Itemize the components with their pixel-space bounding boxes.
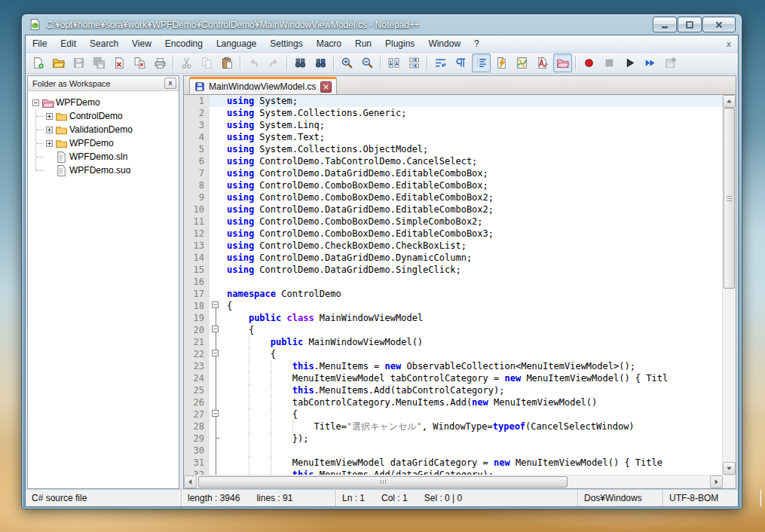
close-button[interactable] (702, 17, 736, 32)
code-line-28[interactable]: 28 Title="選択キャンセル", WindowType=typeof(Ca… (184, 420, 722, 433)
tab-close-icon[interactable] (320, 81, 332, 93)
menu-item-view[interactable]: View (125, 35, 158, 52)
function-list-icon[interactable] (492, 54, 511, 72)
code-line-32[interactable]: 32 this.MenuItems.Add(dataGridCategory); (184, 469, 722, 475)
folder-as-workspace-icon[interactable] (553, 54, 572, 72)
code-line-29[interactable]: 29 }); (184, 433, 722, 445)
fold-collapse-icon[interactable] (210, 324, 223, 336)
panel-close-button[interactable]: x (164, 78, 176, 89)
code-line-8[interactable]: 8using ControlDemo.ComboBoxDemo.Editable… (184, 179, 722, 191)
fold-collapse-icon[interactable] (210, 348, 223, 360)
define-language-icon[interactable] (533, 54, 552, 72)
code-line-2[interactable]: 2using System.Collections.Generic; (184, 107, 722, 119)
code-line-18[interactable]: 18{ (184, 300, 722, 312)
tree-item-controldemo[interactable]: ControlDemo (28, 109, 179, 123)
code-line-30[interactable]: 30 (184, 445, 722, 457)
fold-collapse-icon[interactable] (210, 408, 223, 420)
document-map-icon[interactable] (513, 54, 531, 72)
code-line-17[interactable]: 17namespace ControlDemo (184, 288, 722, 300)
code-line-15[interactable]: 15using ControlDemo.DataGridDemo.SingleC… (184, 264, 722, 276)
minimize-button[interactable] (653, 17, 677, 32)
menu-item-macro[interactable]: Macro (310, 35, 348, 52)
menu-item-edit[interactable]: Edit (54, 35, 83, 52)
tree-item-wpfdemo-root[interactable]: WPFDemo (28, 96, 179, 109)
expand-icon[interactable] (46, 113, 53, 120)
code-line-27[interactable]: 27 { (184, 408, 722, 420)
vscroll-thumb[interactable] (724, 108, 735, 289)
status-eol-format[interactable]: Dos¥Windows (578, 490, 663, 506)
expand-icon[interactable] (46, 127, 53, 133)
record-macro-icon[interactable] (580, 54, 598, 72)
code-line-10[interactable]: 10using ControlDemo.DataGridDemo.Editabl… (184, 203, 722, 216)
show-all-characters-icon[interactable] (451, 54, 470, 72)
tree-item-wpfdemo[interactable]: WPFDemo (28, 136, 179, 150)
code-line-16[interactable]: 16 (184, 276, 722, 288)
code-line-24[interactable]: 24 MenuItemViewModel tabControlCategory … (184, 372, 722, 384)
tree-item-validationdemo[interactable]: ValidationDemo (28, 123, 179, 136)
tree-item-wpfdemo-sln[interactable]: WPFDemo.sln (28, 150, 179, 164)
code-line-19[interactable]: 19 public class MainWindowViewModel (184, 312, 722, 324)
status-encoding[interactable]: UTF-8-BOM (663, 490, 760, 506)
status-insert-mode[interactable]: INS (760, 490, 765, 506)
word-wrap-icon[interactable] (431, 54, 450, 72)
find-icon[interactable] (291, 54, 310, 72)
zoom-out-icon[interactable] (358, 54, 377, 72)
close-file-icon[interactable] (110, 54, 129, 72)
vertical-scrollbar[interactable] (722, 95, 736, 475)
scroll-left-icon[interactable] (184, 475, 197, 488)
scroll-right-icon[interactable] (710, 475, 723, 488)
tab-mainwindowviewmodel[interactable]: MainWindowViewModel.cs (189, 77, 337, 94)
code-line-11[interactable]: 11using ControlDemo.ComboBoxDemo.SimpleC… (184, 216, 722, 228)
close-all-icon[interactable] (130, 54, 149, 72)
scroll-up-icon[interactable] (723, 95, 736, 108)
run-macro-multiple-icon[interactable] (641, 54, 659, 72)
maximize-button[interactable] (678, 17, 702, 32)
code-line-21[interactable]: 21 public MainWindowViewModel() (184, 336, 722, 348)
expand-icon[interactable] (46, 140, 53, 147)
open-file-icon[interactable] (49, 54, 68, 72)
code-line-23[interactable]: 23 this.MenuItems = new ObservableCollec… (184, 360, 722, 372)
menu-item-file[interactable]: File (26, 35, 54, 52)
scroll-down-icon[interactable] (723, 462, 736, 475)
show-indent-guide-icon[interactable] (472, 54, 491, 72)
collapse-icon[interactable] (32, 99, 39, 106)
menu-item-plugins[interactable]: Plugins (378, 35, 421, 52)
menu-item-language[interactable]: Language (210, 35, 263, 52)
code-line-6[interactable]: 6using ControlDemo.TabControlDemo.Cancel… (184, 155, 722, 167)
horizontal-scrollbar[interactable] (184, 475, 723, 488)
menu-item-settings[interactable]: Settings (263, 35, 309, 52)
play-macro-icon[interactable] (620, 54, 639, 72)
menubar-close-button[interactable]: x (723, 38, 735, 50)
sync-vertical-icon[interactable] (384, 54, 403, 72)
code-line-3[interactable]: 3using System.Linq; (184, 119, 722, 131)
code-line-12[interactable]: 12using ControlDemo.ComboBoxDemo.Editabl… (184, 228, 722, 240)
code-line-13[interactable]: 13using ControlDemo.CheckBoxDemo.CheckBo… (184, 240, 722, 252)
code-line-5[interactable]: 5using System.Collections.ObjectModel; (184, 143, 722, 155)
print-icon[interactable] (151, 54, 170, 72)
code-line-22[interactable]: 22 { (184, 348, 722, 360)
paste-icon[interactable] (218, 54, 237, 72)
hscroll-track[interactable] (197, 475, 710, 488)
zoom-in-icon[interactable] (338, 54, 356, 72)
code-line-7[interactable]: 7using ControlDemo.DataGridDemo.Editable… (184, 167, 722, 179)
code-line-1[interactable]: 1using System; (184, 95, 722, 107)
replace-icon[interactable] (311, 54, 330, 72)
code-line-9[interactable]: 9using ControlDemo.ComboBoxDemo.Editable… (184, 191, 722, 203)
code-line-14[interactable]: 14using ControlDemo.DataGridDemo.Dynamic… (184, 252, 722, 264)
code-editor[interactable]: 1using System;2using System.Collections.… (184, 95, 722, 475)
sync-horizontal-icon[interactable] (405, 54, 424, 72)
vscroll-track[interactable] (723, 108, 736, 462)
menu-item-run[interactable]: Run (348, 35, 378, 52)
code-line-20[interactable]: 20 { (184, 324, 722, 336)
code-line-26[interactable]: 26 tabControlCategory.MenuItems.Add(new … (184, 396, 722, 408)
fold-collapse-icon[interactable] (210, 300, 223, 312)
code-line-4[interactable]: 4using System.Text; (184, 131, 722, 143)
menu-item-encoding[interactable]: Encoding (158, 35, 210, 52)
code-line-31[interactable]: 31 MenuItemViewModel dataGridCategory = … (184, 457, 722, 469)
code-line-25[interactable]: 25 this.MenuItems.Add(tabControlCategory… (184, 384, 722, 396)
tree-item-wpfdemo-suo[interactable]: WPFDemo.suo (28, 164, 179, 177)
menu-item-help[interactable]: ? (467, 35, 486, 52)
new-file-icon[interactable] (29, 54, 47, 72)
menu-item-window[interactable]: Window (421, 35, 467, 52)
hscroll-thumb[interactable] (198, 476, 568, 488)
